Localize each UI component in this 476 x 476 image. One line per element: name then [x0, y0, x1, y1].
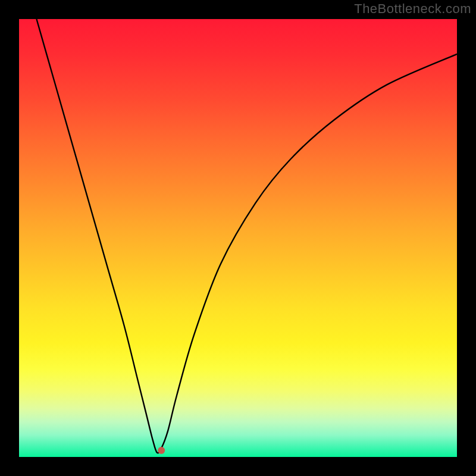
optimum-marker: [158, 447, 165, 454]
watermark-text: TheBottleneck.com: [354, 1, 471, 17]
chart-frame: TheBottleneck.com: [0, 0, 476, 476]
curve-svg: [19, 19, 457, 457]
plot-area: [19, 19, 457, 457]
curve-line: [36, 19, 457, 453]
